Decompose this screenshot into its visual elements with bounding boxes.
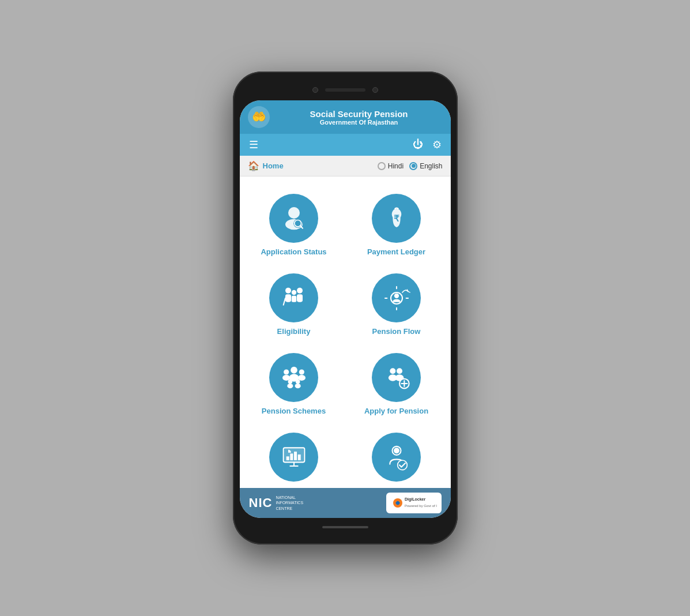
english-option[interactable]: English	[409, 162, 442, 170]
app-header: 🤲 Social Security Pension Government Of …	[240, 100, 451, 134]
svg-point-19	[284, 369, 289, 374]
svg-point-27	[390, 368, 395, 374]
menu-item-dashboard[interactable]: Dashboard	[246, 427, 342, 488]
hindi-radio[interactable]	[378, 162, 386, 170]
apply-pension-label: Apply for Pension	[364, 407, 428, 415]
menu-icon[interactable]: ☰	[249, 138, 258, 151]
eligibility-label: Eligibility	[277, 327, 311, 336]
menu-grid: Application Status ₹ Payment Ledger	[246, 188, 445, 488]
eligibility-icon-circle	[269, 273, 318, 322]
apply-pension-icon-circle	[372, 353, 421, 402]
svg-point-8	[285, 287, 291, 293]
svg-rect-37	[290, 453, 293, 460]
speaker-bar	[325, 88, 365, 92]
app-navbar: 🏠 Home Hindi English	[240, 156, 451, 176]
camera-dot	[312, 87, 318, 93]
camera-dot-2	[372, 87, 378, 93]
phone-screen: 🤲 Social Security Pension Government Of …	[240, 100, 451, 518]
home-bar	[322, 526, 368, 528]
svg-point-12	[291, 290, 296, 294]
app-content: Application Status ₹ Payment Ledger	[240, 176, 451, 488]
svg-point-29	[397, 368, 402, 374]
toolbar-right: ⏻ ⚙	[413, 138, 442, 151]
menu-item-payment-ledger[interactable]: ₹ Payment Ledger	[348, 188, 445, 262]
svg-point-16	[394, 293, 398, 298]
dashboard-icon-circle	[269, 433, 318, 482]
menu-item-pension-schemes[interactable]: Pension Schemes	[246, 347, 342, 421]
svg-rect-9	[285, 294, 291, 302]
svg-text:🤲: 🤲	[251, 110, 266, 123]
hindi-label: Hindi	[388, 162, 404, 170]
application-status-label: Application Status	[261, 247, 326, 256]
svg-point-43	[394, 448, 399, 453]
svg-point-23	[288, 379, 292, 384]
menu-item-pension-flow[interactable]: Pension Flow	[348, 268, 445, 341]
yearly-verification-icon-circle	[372, 433, 421, 482]
svg-point-24	[287, 384, 293, 388]
home-nav[interactable]: 🏠 Home	[248, 160, 284, 171]
header-text: Social Security Pension Government Of Ra…	[276, 109, 443, 126]
phone-notch	[240, 82, 451, 98]
svg-text:Powered by Govt of India: Powered by Govt of India	[405, 504, 437, 508]
hindi-option[interactable]: Hindi	[378, 162, 404, 170]
svg-point-21	[299, 369, 304, 374]
svg-point-2	[288, 207, 300, 219]
home-label: Home	[263, 161, 284, 170]
settings-icon[interactable]: ⚙	[432, 138, 442, 151]
pension-schemes-label: Pension Schemes	[262, 407, 326, 415]
svg-line-6	[300, 226, 302, 228]
menu-item-yearly-verification[interactable]: Yearly Verification	[348, 427, 445, 488]
svg-rect-36	[286, 456, 289, 460]
svg-point-17	[291, 366, 297, 373]
nic-logo: NIC NATIONAL INFORMATICS CENTRE	[249, 495, 304, 510]
pension-schemes-icon-circle	[269, 353, 318, 402]
svg-text:DigiLocker: DigiLocker	[405, 497, 425, 502]
svg-text:₹: ₹	[394, 213, 399, 223]
app-logo: 🤲	[248, 106, 270, 128]
menu-item-eligibility[interactable]: Eligibility	[246, 268, 342, 341]
svg-rect-38	[294, 452, 297, 460]
svg-rect-11	[297, 294, 303, 302]
app-subtitle: Government Of Rajasthan	[276, 119, 443, 126]
svg-rect-39	[297, 455, 300, 460]
digilocker-logo: DigiLocker Powered by Govt of India	[386, 493, 442, 513]
language-selector: Hindi English	[378, 162, 443, 170]
phone-home-bar	[240, 521, 451, 533]
app-footer: NIC NATIONAL INFORMATICS CENTRE DigiLock…	[240, 488, 451, 518]
phone-frame: 🤲 Social Security Pension Government Of …	[233, 72, 458, 544]
radio-selected-dot	[412, 164, 416, 168]
menu-item-application-status[interactable]: Application Status	[246, 188, 342, 262]
payment-ledger-icon-circle: ₹	[372, 194, 421, 243]
payment-ledger-label: Payment Ledger	[367, 247, 425, 256]
app-title: Social Security Pension	[276, 109, 443, 119]
svg-rect-13	[291, 295, 296, 302]
svg-point-25	[295, 379, 300, 384]
nic-full-name: NATIONAL INFORMATICS CENTRE	[276, 495, 303, 510]
english-radio[interactable]	[409, 162, 417, 170]
pension-flow-label: Pension Flow	[372, 327, 421, 336]
application-status-icon-circle	[269, 194, 318, 243]
svg-point-26	[295, 384, 300, 388]
power-icon[interactable]: ⏻	[413, 138, 423, 151]
app-toolbar: ☰ ⏻ ⚙	[240, 134, 451, 156]
pension-flow-icon-circle	[372, 273, 421, 322]
svg-point-10	[297, 287, 303, 293]
nic-acronym: NIC	[249, 495, 273, 510]
home-icon: 🏠	[248, 160, 259, 171]
svg-line-14	[283, 298, 285, 305]
menu-item-apply-pension[interactable]: Apply for Pension	[348, 347, 445, 421]
english-label: English	[420, 162, 442, 170]
